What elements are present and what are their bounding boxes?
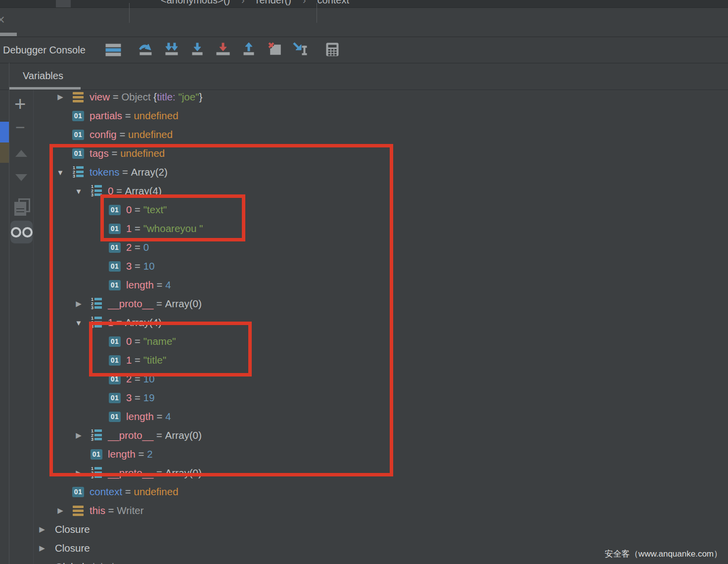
variable-value: undefined [134, 486, 178, 498]
primitive-value-icon: 01 [71, 130, 85, 140]
variable-value: global [84, 561, 114, 564]
run-to-cursor-icon[interactable] [292, 41, 308, 58]
array-icon: 123 [90, 467, 103, 479]
tree-row[interactable]: 01length = 2 [68, 445, 153, 464]
tree-row[interactable]: 011 = "title" [86, 351, 166, 370]
tab-variables[interactable]: Variables [23, 70, 63, 82]
equals-sign: = [132, 260, 143, 272]
tree-row[interactable]: 01config = undefined [49, 125, 173, 144]
array-icon: 123 [90, 429, 103, 442]
equals-sign: = [154, 411, 165, 423]
chevron-right-icon[interactable]: ▶ [49, 93, 71, 101]
tree-row[interactable]: ▶Closure [31, 520, 90, 539]
chevron-right-icon[interactable]: ▶ [31, 525, 53, 534]
chevron-right-icon[interactable]: ▶ [68, 469, 90, 477]
show-watches-icon[interactable] [10, 221, 33, 243]
equals-sign: = [132, 204, 143, 216]
tree-row[interactable]: ▼1230 = Array(4) [68, 182, 162, 200]
variable-value: "name" [143, 335, 176, 347]
variable-name: view [90, 91, 110, 103]
chevron-down-icon[interactable]: ▼ [68, 319, 90, 327]
tree-row[interactable]: 010 = "name" [86, 332, 176, 351]
tree-row[interactable]: ▶view = Object {title: "joe"} [49, 88, 202, 106]
chevron-down-icon[interactable]: ▼ [49, 168, 71, 177]
debugger-window: <anonymous>() › render() › context × Deb… [0, 0, 728, 564]
breadcrumb: <anonymous>() › render() › context [161, 0, 349, 6]
evaluate-expression-icon[interactable] [324, 41, 340, 58]
threads-view-icon[interactable] [105, 41, 121, 58]
equals-sign: = [136, 448, 147, 460]
chevron-right-icon[interactable]: ▶ [49, 506, 71, 515]
variable-value: undefined [120, 147, 165, 159]
tree-row[interactable]: ▼123tokens = Array(2) [49, 163, 168, 182]
tree-row[interactable]: ▶Global global [31, 558, 114, 564]
variable-name: Closure [55, 542, 90, 554]
equals-sign: = [153, 467, 165, 479]
variable-value: "text" [143, 204, 167, 216]
equals-sign: = [113, 185, 125, 197]
tree-row[interactable]: ▶Closure [31, 539, 90, 558]
panel-left-border [9, 63, 9, 564]
tree-row[interactable]: 010 = "text" [86, 200, 167, 219]
chevron-right-icon[interactable]: ▶ [68, 299, 90, 308]
array-icon: 123 [71, 166, 85, 179]
tree-row[interactable]: 012 = 10 [86, 370, 155, 388]
tree-row[interactable]: 01length = 4 [86, 276, 171, 294]
move-down-icon[interactable] [15, 174, 27, 181]
variable-value: Array(0) [165, 298, 202, 310]
array-icon: 123 [90, 185, 103, 197]
equals-sign: = [119, 166, 131, 178]
chevron-down-icon[interactable]: ▼ [68, 187, 90, 195]
primitive-value-icon: 01 [90, 449, 103, 460]
equals-sign: = [153, 298, 165, 310]
tree-row[interactable]: ▶this = Writer [49, 501, 144, 520]
tree-row[interactable]: ▶123__proto__ = Array(0) [68, 464, 202, 482]
variable-value: Array(0) [165, 429, 202, 441]
primitive-value-icon: 01 [108, 205, 122, 215]
variable-name: 0 [126, 335, 132, 347]
close-icon[interactable]: × [0, 13, 5, 27]
duplicate-watch-icon[interactable] [14, 202, 26, 216]
tree-row[interactable]: 01context = undefined [49, 482, 179, 501]
tree-row[interactable]: 011 = "whoareyou " [86, 219, 203, 238]
tab-debugger-console[interactable]: Debugger Console [3, 37, 86, 63]
breadcrumb-frame-anonymous[interactable]: <anonymous>() [161, 0, 230, 6]
step-into-icon[interactable] [189, 41, 205, 58]
chevron-right-icon[interactable]: ▶ [68, 431, 90, 440]
variable-name: 3 [126, 392, 132, 404]
tree-row[interactable]: ▶123__proto__ = Array(0) [68, 294, 202, 313]
move-up-icon[interactable] [15, 150, 27, 157]
variable-name: 0 [126, 204, 132, 216]
step-over-icon[interactable] [138, 41, 154, 58]
force-step-into-icon[interactable] [164, 41, 180, 58]
primitive-value-icon: 01 [108, 280, 122, 290]
step-out-icon[interactable] [241, 41, 257, 58]
chevron-separator-icon: › [241, 0, 245, 6]
equals-sign: = [132, 392, 143, 404]
tree-row[interactable]: 013 = 10 [86, 257, 155, 276]
variable-value: 4 [165, 411, 171, 423]
variable-value: Array(2) [131, 166, 168, 178]
variable-name: config [90, 129, 117, 141]
variable-name: tokens [90, 166, 119, 178]
chevron-right-icon[interactable]: ▶ [31, 544, 53, 553]
remove-watch-icon[interactable]: − [15, 119, 25, 136]
tree-row[interactable]: ▼1231 = Array(4) [68, 313, 162, 332]
primitive-value-icon: 01 [108, 261, 122, 272]
add-watch-icon[interactable]: + [14, 94, 26, 114]
primitive-value-icon: 01 [108, 374, 122, 384]
tree-row[interactable]: 01length = 4 [86, 407, 171, 426]
breadcrumb-frame-render[interactable]: render() [256, 0, 291, 6]
variable-value: } [199, 91, 202, 103]
equals-sign: = [122, 110, 134, 122]
tree-row[interactable]: 012 = 0 [86, 238, 149, 257]
breadcrumb-frame-context[interactable]: context [318, 0, 349, 6]
tree-row[interactable]: 01tags = undefined [49, 144, 165, 163]
variable-name: context [90, 486, 122, 498]
tree-row[interactable]: 013 = 19 [86, 388, 155, 407]
drop-frame-icon[interactable] [267, 41, 282, 58]
tree-row[interactable]: ▶123__proto__ = Array(0) [68, 426, 202, 445]
force-run-to-cursor-icon[interactable] [215, 41, 231, 58]
variable-name: 1 [108, 317, 113, 329]
tree-row[interactable]: 01partials = undefined [49, 106, 179, 125]
